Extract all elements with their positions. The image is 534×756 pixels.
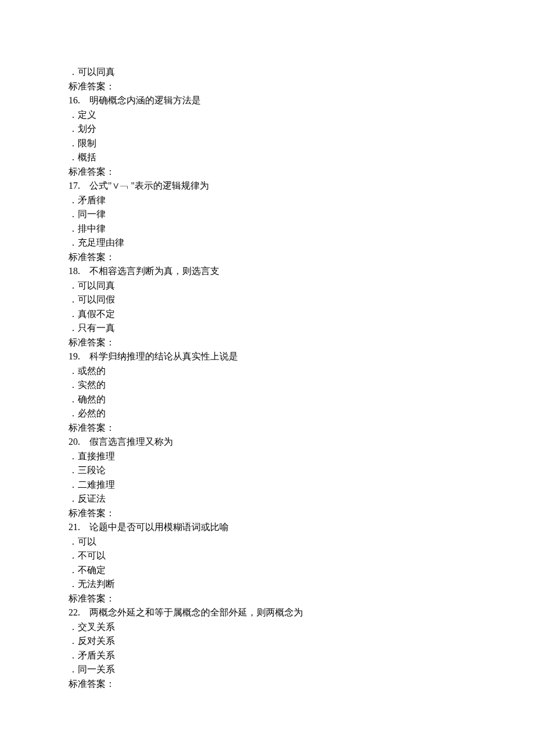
text-line: ．反对关系 [68, 634, 534, 649]
text-line: ．同一关系 [68, 663, 534, 677]
text-line: ．排中律 [68, 222, 534, 236]
text-line: ．可以同真 [68, 279, 534, 293]
text-line: 标准答案： [68, 80, 534, 94]
text-line: ．可以 [68, 535, 534, 549]
text-line: 22. 两概念外延之和等于属概念的全部外延，则两概念为 [68, 606, 534, 620]
text-line: ．同一律 [68, 207, 534, 222]
text-line: ．矛盾律 [68, 193, 534, 208]
text-line: ．必然的 [68, 406, 534, 421]
text-line: ．或然的 [68, 364, 534, 379]
text-line: ．划分 [68, 122, 534, 136]
text-line: ．可以同假 [68, 293, 534, 307]
text-line: ．矛盾关系 [68, 649, 534, 663]
text-line: ．概括 [68, 150, 534, 165]
text-line: ．只有一真 [68, 321, 534, 336]
text-line: 19. 科学归纳推理的结论从真实性上说是 [68, 350, 534, 364]
text-line: 17. 公式"∨﹁ "表示的逻辑规律为 [68, 179, 534, 193]
text-line: ．真假不定 [68, 307, 534, 322]
text-line: 标准答案： [68, 165, 534, 179]
text-line: 标准答案： [68, 421, 534, 435]
text-line: 18. 不相容选言判断为真，则选言支 [68, 264, 534, 279]
text-line: 标准答案： [68, 592, 534, 606]
text-line: ．可以同真 [68, 65, 534, 80]
text-line: 21. 论题中是否可以用模糊语词或比喻 [68, 520, 534, 535]
text-line: ．确然的 [68, 393, 534, 407]
text-line: ．二难推理 [68, 478, 534, 492]
text-line: ．三段论 [68, 463, 534, 478]
text-line: ．交叉关系 [68, 620, 534, 635]
text-line: 标准答案： [68, 336, 534, 350]
text-line: ．无法判断 [68, 577, 534, 592]
text-line: ．定义 [68, 108, 534, 123]
text-line: ．直接推理 [68, 449, 534, 464]
text-line: 20. 假言选言推理又称为 [68, 435, 534, 449]
text-line: ．不确定 [68, 563, 534, 578]
text-line: ．充足理由律 [68, 236, 534, 250]
text-line: ．不可以 [68, 549, 534, 563]
text-line: ．限制 [68, 136, 534, 151]
text-line: ．反证法 [68, 492, 534, 506]
document-body: ．可以同真标准答案：16. 明确概念内涵的逻辑方法是．定义．划分．限制．概括标准… [68, 65, 534, 691]
text-line: ．实然的 [68, 378, 534, 393]
text-line: 标准答案： [68, 677, 534, 692]
text-line: 标准答案： [68, 506, 534, 521]
text-line: 标准答案： [68, 250, 534, 265]
text-line: 16. 明确概念内涵的逻辑方法是 [68, 93, 534, 108]
